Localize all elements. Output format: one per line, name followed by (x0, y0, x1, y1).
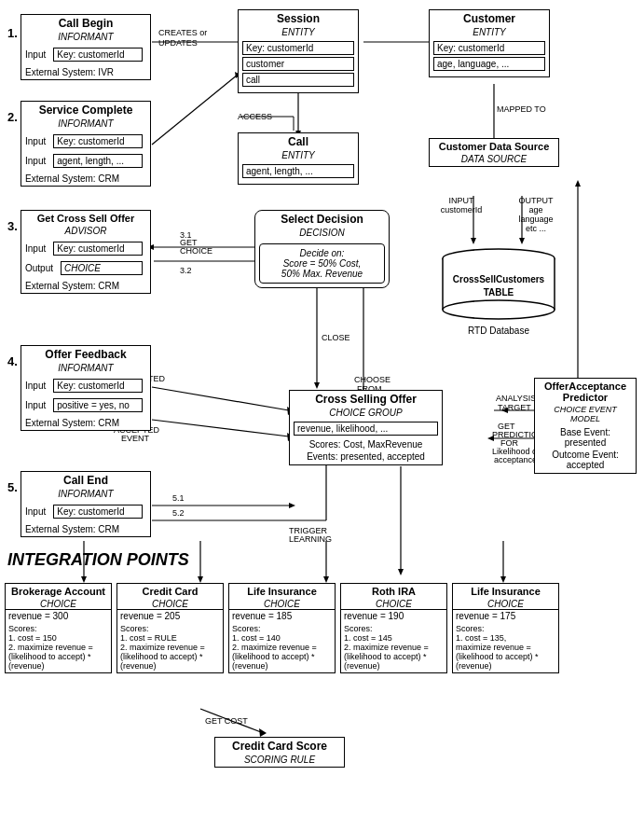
customer-field-2: age, language, ... (433, 57, 545, 71)
call-begin-customerid: Key: customerId (53, 48, 143, 62)
sd-title: Select Decision (255, 211, 389, 228)
svg-marker-73 (500, 576, 506, 583)
svg-text:UPDATES: UPDATES (158, 38, 198, 48)
svg-marker-80 (519, 238, 525, 244)
step-2-num: 2. (7, 110, 18, 124)
oap-title: OfferAcceptancePredictor (535, 379, 636, 405)
ri-revenue: revenue = 190 (341, 609, 446, 622)
ce-field-1: Key: customerId (53, 505, 143, 519)
li2-revenue: revenue = 175 (453, 609, 558, 622)
svg-text:3.2: 3.2 (180, 266, 192, 275)
session-field-1: Key: customerId (242, 41, 354, 55)
sc-input-label-1: Input (25, 136, 46, 146)
of-input-label-2: Input (25, 400, 46, 410)
gcs-subtitle: ADVISOR (21, 226, 150, 238)
svg-text:GET: GET (180, 238, 198, 247)
call-begin-box: Call Begin INFORMANT Input Key: customer… (21, 14, 151, 80)
svg-marker-78 (471, 238, 476, 244)
session-subtitle: ENTITY (239, 27, 358, 39)
of-field-1: Key: customerId (53, 379, 143, 393)
svg-text:5.2: 5.2 (172, 508, 185, 518)
li2-scores: Scores:1. cost = 135,maximize revenue =(… (453, 622, 558, 672)
svg-text:ACCESS: ACCESS (238, 112, 272, 121)
service-complete-subtitle: INFORMANT (21, 118, 150, 131)
svg-text:TARGET: TARGET (498, 403, 531, 412)
session-field-3: call (242, 73, 354, 87)
li1-revenue: revenue = 185 (229, 609, 335, 622)
ri-scores: Scores:1. cost = 1452. maximize revenue … (341, 622, 446, 672)
cylinder-svg: CrossSellCustomers TABLE (438, 247, 559, 322)
ba-subtitle: CHOICE (6, 599, 111, 609)
svg-text:3.1: 3.1 (180, 230, 192, 240)
cso-field: revenue, likelihood, ... (294, 422, 438, 436)
session-title: Session (239, 10, 358, 27)
gcs-input-label: Input (25, 243, 46, 254)
call-field-1: agent, length, ... (242, 164, 354, 178)
sc-field-1: Key: customerId (53, 134, 143, 148)
roth-ira-box: Roth IRA CHOICE revenue = 190 Scores:1. … (340, 583, 447, 673)
oap-subtitle: CHOICE EVENT MODEL (535, 405, 636, 425)
customer-field-1: Key: customerId (433, 41, 545, 55)
cds-input-label: INPUTcustomerId (438, 196, 485, 215)
svg-line-32 (152, 420, 289, 436)
cso-scores: Scores: Cost, MaxRevenue (290, 437, 442, 451)
call-begin-subtitle: INFORMANT (21, 32, 150, 44)
call-begin-title: Call Begin (21, 15, 150, 32)
service-complete-title: Service Complete (21, 102, 150, 118)
life-insurance-1-box: Life Insurance CHOICE revenue = 185 Scor… (228, 583, 336, 673)
customer-box: Customer ENTITY Key: customerId age, lan… (429, 9, 550, 77)
gcs-field-1: Key: customerId (53, 242, 143, 256)
of-footer: External System: CRM (21, 416, 150, 430)
call-subtitle: ENTITY (239, 150, 358, 162)
cross-selling-offer-box: Cross Selling Offer CHOICE GROUP revenue… (289, 390, 443, 465)
cds-subtitle: DATA SOURCE (430, 154, 558, 166)
call-title: Call (239, 133, 358, 150)
svg-marker-67 (81, 576, 87, 583)
cso-subtitle: CHOICE GROUP (290, 408, 442, 420)
gcs-output-label: Output (25, 263, 53, 273)
diagram-container: CREATES or UPDATES MAPPED TO ACCESS 3.1 … (0, 0, 644, 831)
oap-base: Base Event: presented (535, 425, 636, 450)
ri-subtitle: CHOICE (341, 599, 446, 609)
ba-scores: Scores:1. cost = 1502. maximize revenue … (6, 622, 111, 672)
li1-title: Life Insurance (229, 584, 335, 599)
svg-text:CrossSellCustomers: CrossSellCustomers (453, 274, 545, 284)
rtd-database-area: CrossSellCustomers TABLE RTD Database (438, 247, 559, 336)
sd-content: Decide on:Score = 50% Cost,50% Max. Reve… (259, 243, 385, 284)
li2-title: Life Insurance (453, 584, 558, 599)
cc-scores: Scores:1. cost = RULE2. maximize revenue… (117, 622, 223, 672)
of-input-label-1: Input (25, 381, 46, 391)
svg-text:FOR: FOR (500, 438, 518, 448)
cc-revenue: revenue = 205 (117, 609, 223, 622)
ri-title: Roth IRA (341, 584, 446, 599)
svg-marker-71 (323, 576, 329, 583)
svg-text:EVENT: EVENT (121, 434, 150, 443)
call-end-box: Call End INFORMANT Input Key: customerId… (21, 471, 151, 537)
credit-card-box: Credit Card CHOICE revenue = 205 Scores:… (116, 583, 224, 673)
svg-text:MAPPED TO: MAPPED TO (497, 104, 546, 114)
ce-title: Call End (21, 472, 150, 489)
call-begin-input-label: Input (25, 49, 46, 60)
offer-feedback-box: Offer Feedback INFORMANT Input Key: cust… (21, 345, 151, 431)
svg-line-74 (200, 709, 261, 732)
svg-marker-75 (259, 728, 267, 737)
call-begin-footer: External System: IVR (21, 65, 150, 79)
sc-field-2: agent, length, ... (53, 154, 143, 168)
of-subtitle: INFORMANT (21, 363, 150, 375)
cso-events: Events: presented, accepted (290, 451, 442, 464)
ce-footer: External System: CRM (21, 522, 150, 536)
svg-text:LEARNING: LEARNING (289, 534, 332, 544)
cc-title: Credit Card (117, 584, 223, 599)
customer-data-source-box: Customer Data Source DATA SOURCE (429, 138, 559, 167)
cds-output-label: OUTPUTagelanguageetc ... (508, 196, 564, 233)
svg-text:CLOSE: CLOSE (322, 333, 350, 342)
cds-title: Customer Data Source (430, 139, 558, 154)
li1-subtitle: CHOICE (229, 599, 335, 609)
svg-text:TRIGGER: TRIGGER (289, 526, 328, 535)
step-3-num: 3. (7, 219, 18, 233)
svg-text:Likelihood of: Likelihood of (492, 447, 540, 456)
step-1-num: 1. (7, 26, 18, 40)
ce-input-label: Input (25, 506, 46, 517)
oap-outcome: Outcome Event: accepted (535, 450, 636, 473)
svg-line-14 (152, 75, 238, 145)
